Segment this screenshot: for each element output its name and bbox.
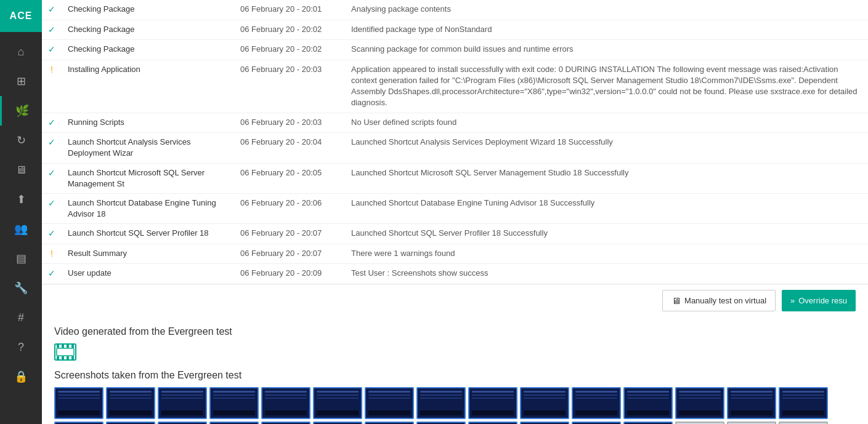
chevron-right-icon: » [790,296,795,305]
sidebar-item-wrench[interactable]: 🔧 [0,273,42,303]
check-icon: ✓ [48,4,55,14]
svg-rect-9 [57,348,74,356]
leaf-icon: 🌿 [15,104,29,118]
action-cell: Installing Application [62,60,234,113]
action-cell: Launch Shortcut Database Engine Tuning A… [62,193,234,223]
screenshot-thumb[interactable] [261,387,310,419]
screenshot-thumb[interactable] [468,387,517,419]
action-cell: Launch Shortcut Analysis Services Deploy… [62,133,234,163]
screenshot-thumb[interactable] [623,422,673,424]
media-section: Video generated from the Evergreen test … [42,316,868,424]
table-row: ! Result Summary 06 February 20 - 20:07 … [42,244,868,264]
desc-cell: Launched Shortcut SQL Server Profiler 18… [345,224,868,244]
check-icon: ✓ [48,268,55,278]
sidebar-item-help[interactable]: ? [0,332,42,362]
svg-rect-1 [57,344,59,348]
screenshot-thumb[interactable] [779,387,828,419]
question-icon: ? [18,341,24,354]
screenshot-thumb[interactable] [520,422,569,424]
status-cell: ✓ [42,163,62,193]
screenshot-thumb[interactable] [261,422,310,424]
screenshot-thumb[interactable] [675,422,724,424]
screenshot-thumb[interactable] [779,422,828,424]
screenshot-thumb[interactable] [106,422,155,424]
screenshot-thumb[interactable] [365,422,414,424]
time-cell: 06 February 20 - 20:06 [234,193,345,223]
users-icon: 👥 [14,222,28,236]
sidebar-item-monitor[interactable]: 🖥 [0,155,42,185]
screenshot-thumb[interactable] [313,387,362,419]
check-icon: ✓ [48,44,55,54]
lock-icon: 🔒 [14,370,28,383]
desc-cell: There were 1 warnings found [345,244,868,264]
screenshot-thumb[interactable] [572,387,621,419]
home-icon: ⌂ [18,46,25,58]
status-cell: ✓ [42,193,62,223]
desc-cell: No User defined scripts found [345,113,868,133]
screenshot-thumb[interactable] [54,387,103,419]
check-icon: ✓ [48,168,55,178]
screenshot-thumb[interactable] [106,387,155,419]
sidebar-item-upload[interactable]: ⬆ [0,185,42,214]
action-cell: Launch Shortcut SQL Server Profiler 18 [62,224,234,244]
film-strip-icon[interactable] [54,343,856,362]
sidebar-item-leaf[interactable]: 🌿 [0,96,42,126]
sidebar-item-home[interactable]: ⌂ [0,37,42,66]
sidebar-nav: ⌂ ⊞ 🌿 ↻ 🖥 ⬆ 👥 ▤ 🔧 # ? [0,32,42,424]
sidebar-item-users[interactable]: 👥 [0,214,42,244]
screenshot-thumb[interactable] [313,422,362,424]
manual-test-button[interactable]: 🖥 Manually test on virtual [662,290,776,311]
screenshot-thumb[interactable] [209,387,259,419]
svg-rect-3 [62,344,64,348]
time-cell: 06 February 20 - 20:01 [234,0,345,20]
table-row: ✓ Checking Package 06 February 20 - 20:0… [42,0,868,20]
status-cell: ✓ [42,264,62,284]
table-row: ✓ Launch Shortcut Analysis Services Depl… [42,133,868,163]
sidebar-item-hash[interactable]: # [0,303,42,332]
svg-rect-2 [57,356,59,360]
sidebar-item-refresh[interactable]: ↻ [0,126,42,155]
app-logo: ACE [0,0,42,32]
screenshot-thumb[interactable] [520,387,569,419]
screenshot-thumb[interactable] [468,422,517,424]
action-cell: Checking Package [62,40,234,60]
time-cell: 06 February 20 - 20:07 [234,224,345,244]
time-cell: 06 February 20 - 20:03 [234,113,345,133]
screenshots-section-title: Screenshots taken from the Evergreen tes… [54,370,856,381]
status-cell: ✓ [42,113,62,133]
status-cell: ! [42,244,62,264]
screenshot-thumb[interactable] [158,387,207,419]
override-result-button[interactable]: » Override resu [782,290,856,311]
warn-icon: ! [51,65,53,74]
screenshot-thumb[interactable] [209,422,259,424]
screenshot-thumb[interactable] [416,422,466,424]
screenshot-thumb[interactable] [572,422,621,424]
video-section-title: Video generated from the Evergreen test [54,326,856,337]
screenshot-thumb[interactable] [54,422,103,424]
upload-icon: ⬆ [17,193,26,206]
desc-cell: Scanning package for common build issues… [345,40,868,60]
sidebar-item-grid[interactable]: ⊞ [0,66,42,96]
refresh-icon: ↻ [17,134,26,147]
screenshot-thumb[interactable] [623,387,673,419]
screenshot-thumb[interactable] [365,387,414,419]
time-cell: 06 February 20 - 20:02 [234,20,345,40]
status-cell: ✓ [42,133,62,163]
sidebar-item-lock[interactable]: 🔒 [0,362,42,391]
screenshot-thumb[interactable] [675,387,724,419]
svg-rect-5 [67,344,69,348]
svg-rect-6 [67,356,69,360]
check-icon: ✓ [48,118,55,127]
table-row: ✓ Checking Package 06 February 20 - 20:0… [42,20,868,40]
content-scroll[interactable]: ✓ Checking Package 06 February 20 - 20:0… [42,0,868,424]
screenshot-thumb[interactable] [158,422,207,424]
desc-cell: Launched Shortcut Microsoft SQL Server M… [345,163,868,193]
hash-icon: # [18,311,24,324]
sidebar-item-database[interactable]: ▤ [0,244,42,273]
screenshot-thumb[interactable] [416,387,466,419]
screenshot-thumb[interactable] [727,387,776,419]
table-row: ! Installing Application 06 February 20 … [42,60,868,113]
screenshot-thumb[interactable] [727,422,776,424]
svg-rect-4 [62,356,64,360]
screenshots-grid [54,387,856,424]
